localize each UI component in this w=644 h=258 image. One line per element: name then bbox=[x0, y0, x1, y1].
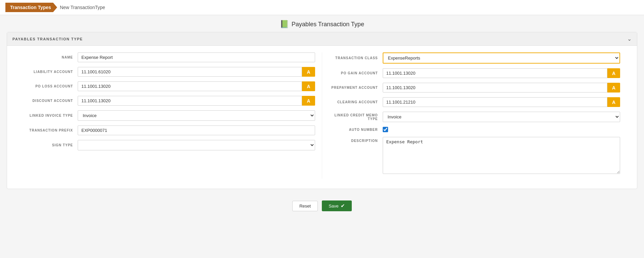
auto-number-checkbox-wrap bbox=[383, 127, 388, 132]
discount-account-label: Discount Account bbox=[24, 99, 78, 103]
auto-number-row: Auto Number bbox=[329, 127, 620, 132]
transaction-class-row: Transaction Class ExpenseReports Standar… bbox=[329, 52, 620, 64]
discount-account-btn[interactable]: A bbox=[302, 96, 315, 106]
clearing-account-input[interactable] bbox=[383, 97, 607, 107]
sign-type-select[interactable]: Positive Negative bbox=[78, 140, 315, 150]
prepayment-account-input[interactable] bbox=[383, 83, 607, 93]
page-title: Payables Transaction Type bbox=[292, 21, 364, 28]
sign-type-label: Sign Type bbox=[24, 143, 78, 147]
name-input[interactable] bbox=[78, 52, 315, 62]
collapse-icon[interactable]: ⌄ bbox=[627, 36, 632, 42]
linked-credit-memo-type-label: Linked Credit Memo Type bbox=[329, 113, 383, 121]
po-gain-account-label: PO Gain Account bbox=[329, 71, 383, 75]
linked-invoice-type-select[interactable]: Invoice Credit Memo Debit Memo bbox=[78, 110, 315, 121]
form-grid: Name Liability Account A PO Loss Account… bbox=[7, 46, 637, 189]
clearing-account-btn[interactable]: A bbox=[607, 97, 620, 107]
linked-invoice-type-label: Linked Invoice Type bbox=[24, 114, 78, 117]
left-form-section: Name Liability Account A PO Loss Account… bbox=[17, 52, 322, 179]
reset-button[interactable]: Reset bbox=[292, 201, 318, 211]
save-button[interactable]: Save ✔ bbox=[322, 200, 352, 211]
auto-number-label: Auto Number bbox=[329, 128, 383, 132]
breadcrumb-transaction-types[interactable]: Transaction Types bbox=[5, 3, 57, 12]
clearing-account-label: Clearing Account bbox=[329, 100, 383, 104]
prepayment-account-btn[interactable]: A bbox=[607, 83, 620, 93]
clearing-account-row: Clearing Account A bbox=[329, 97, 620, 107]
liability-account-input[interactable] bbox=[78, 67, 302, 77]
liability-account-row: Liability Account A bbox=[24, 67, 315, 77]
discount-account-input-group: A bbox=[78, 96, 315, 106]
payables-transaction-type-card: Payables Transaction Type ⌄ Name Liabili… bbox=[7, 32, 637, 189]
discount-account-row: Discount Account A bbox=[24, 96, 315, 106]
po-loss-account-label: PO Loss Account bbox=[24, 84, 78, 88]
prepayment-account-label: Prepayment Account bbox=[329, 86, 383, 89]
save-label: Save bbox=[329, 204, 339, 209]
description-textarea[interactable]: Expense Report bbox=[383, 137, 620, 174]
auto-number-checkbox[interactable] bbox=[383, 127, 388, 132]
po-gain-account-input[interactable] bbox=[383, 68, 607, 78]
transaction-prefix-row: Transaction Prefix bbox=[24, 125, 315, 135]
prepayment-account-row: Prepayment Account A bbox=[329, 83, 620, 93]
po-gain-account-row: PO Gain Account A bbox=[329, 68, 620, 78]
linked-credit-memo-type-select[interactable]: Invoice Credit Memo Debit Memo bbox=[383, 112, 620, 122]
po-loss-account-input[interactable] bbox=[78, 81, 302, 91]
liability-account-label: Liability Account bbox=[24, 70, 78, 74]
card-header: Payables Transaction Type ⌄ bbox=[7, 32, 637, 46]
breadcrumb-new-transaction-type: New TransactionType bbox=[60, 5, 105, 10]
linked-invoice-type-row: Linked Invoice Type Invoice Credit Memo … bbox=[24, 110, 315, 121]
page-title-bar: 📗 Payables Transaction Type bbox=[0, 15, 644, 32]
po-gain-account-input-group: A bbox=[383, 68, 620, 78]
po-loss-account-row: PO Loss Account A bbox=[24, 81, 315, 91]
description-row: Description Expense Report bbox=[329, 137, 620, 174]
name-label: Name bbox=[24, 56, 78, 59]
liability-account-input-group: A bbox=[78, 67, 315, 77]
transaction-class-select[interactable]: ExpenseReports Standard Mixed bbox=[383, 52, 620, 64]
po-gain-account-btn[interactable]: A bbox=[607, 68, 620, 78]
description-label: Description bbox=[329, 137, 383, 143]
linked-credit-memo-type-row: Linked Credit Memo Type Invoice Credit M… bbox=[329, 112, 620, 122]
save-icon: ✔ bbox=[341, 203, 345, 209]
transaction-prefix-input[interactable] bbox=[78, 125, 315, 135]
prepayment-account-input-group: A bbox=[383, 83, 620, 93]
form-footer: Reset Save ✔ bbox=[0, 196, 644, 218]
transaction-class-label: Transaction Class bbox=[329, 56, 383, 60]
transaction-prefix-label: Transaction Prefix bbox=[24, 128, 78, 132]
po-loss-account-btn[interactable]: A bbox=[302, 81, 315, 91]
page-title-icon: 📗 bbox=[280, 20, 289, 29]
right-form-section: Transaction Class ExpenseReports Standar… bbox=[322, 52, 627, 179]
liability-account-btn[interactable]: A bbox=[302, 67, 315, 77]
card-header-title: Payables Transaction Type bbox=[12, 37, 83, 41]
po-loss-account-input-group: A bbox=[78, 81, 315, 91]
sign-type-row: Sign Type Positive Negative bbox=[24, 140, 315, 150]
breadcrumb: Transaction Types New TransactionType bbox=[0, 0, 644, 15]
clearing-account-input-group: A bbox=[383, 97, 620, 107]
discount-account-input[interactable] bbox=[78, 96, 302, 106]
name-row: Name bbox=[24, 52, 315, 62]
